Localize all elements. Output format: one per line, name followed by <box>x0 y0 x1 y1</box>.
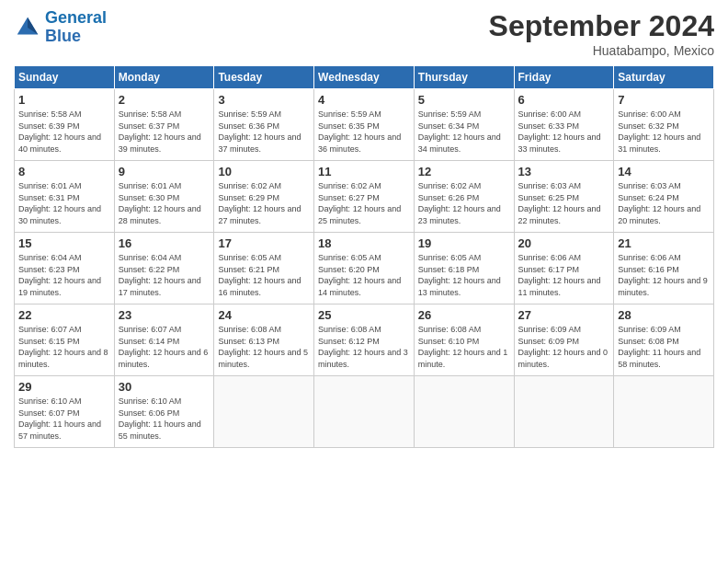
day-number: 2 <box>119 93 210 107</box>
col-monday: Monday <box>114 66 214 89</box>
day-detail: Sunrise: 6:08 AMSunset: 6:10 PMDaylight:… <box>418 324 510 370</box>
calendar-week: 29Sunrise: 6:10 AMSunset: 6:07 PMDayligh… <box>15 376 714 448</box>
day-detail: Sunrise: 5:58 AMSunset: 6:37 PMDaylight:… <box>119 109 210 155</box>
day-number: 21 <box>618 236 710 250</box>
day-cell: 8Sunrise: 6:01 AMSunset: 6:31 PMDaylight… <box>15 161 115 233</box>
day-cell: 7Sunrise: 6:00 AMSunset: 6:32 PMDaylight… <box>614 89 714 161</box>
day-cell: 9Sunrise: 6:01 AMSunset: 6:30 PMDaylight… <box>114 161 214 233</box>
day-number: 18 <box>318 236 410 250</box>
day-number: 19 <box>418 236 510 250</box>
day-cell: 25Sunrise: 6:08 AMSunset: 6:12 PMDayligh… <box>314 304 415 376</box>
day-cell: 23Sunrise: 6:07 AMSunset: 6:14 PMDayligh… <box>114 304 214 376</box>
day-detail: Sunrise: 6:01 AMSunset: 6:31 PMDaylight:… <box>18 180 110 226</box>
day-number: 29 <box>18 380 110 394</box>
day-cell: 27Sunrise: 6:09 AMSunset: 6:09 PMDayligh… <box>514 304 614 376</box>
day-number: 13 <box>518 165 610 178</box>
day-cell: 11Sunrise: 6:02 AMSunset: 6:27 PMDayligh… <box>314 161 415 233</box>
day-cell: 26Sunrise: 6:08 AMSunset: 6:10 PMDayligh… <box>414 304 514 376</box>
day-number: 27 <box>518 308 610 322</box>
empty-cell <box>514 376 614 448</box>
calendar-week: 8Sunrise: 6:01 AMSunset: 6:31 PMDaylight… <box>15 161 714 233</box>
day-number: 20 <box>518 236 610 250</box>
day-cell: 21Sunrise: 6:06 AMSunset: 6:16 PMDayligh… <box>614 233 714 304</box>
day-number: 16 <box>119 236 210 250</box>
day-detail: Sunrise: 6:04 AMSunset: 6:22 PMDaylight:… <box>119 252 210 298</box>
location: Huatabampo, Mexico <box>489 43 714 58</box>
day-cell: 12Sunrise: 6:02 AMSunset: 6:26 PMDayligh… <box>414 161 514 233</box>
day-number: 6 <box>518 93 610 107</box>
day-cell: 16Sunrise: 6:04 AMSunset: 6:22 PMDayligh… <box>114 233 214 304</box>
day-detail: Sunrise: 6:03 AMSunset: 6:24 PMDaylight:… <box>618 180 710 226</box>
day-cell: 15Sunrise: 6:04 AMSunset: 6:23 PMDayligh… <box>15 233 115 304</box>
day-number: 12 <box>418 165 510 178</box>
day-detail: Sunrise: 5:58 AMSunset: 6:39 PMDaylight:… <box>18 109 110 155</box>
day-number: 14 <box>618 165 710 178</box>
day-number: 4 <box>318 93 410 107</box>
logo-text: General Blue <box>45 9 107 46</box>
day-number: 28 <box>618 308 710 322</box>
day-number: 24 <box>218 308 310 322</box>
day-detail: Sunrise: 6:05 AMSunset: 6:21 PMDaylight:… <box>218 252 310 298</box>
day-detail: Sunrise: 6:09 AMSunset: 6:09 PMDaylight:… <box>518 324 610 370</box>
day-detail: Sunrise: 5:59 AMSunset: 6:34 PMDaylight:… <box>418 109 510 155</box>
day-detail: Sunrise: 6:05 AMSunset: 6:18 PMDaylight:… <box>418 252 510 298</box>
day-cell: 4Sunrise: 5:59 AMSunset: 6:35 PMDaylight… <box>314 89 415 161</box>
col-friday: Friday <box>514 66 614 89</box>
day-detail: Sunrise: 6:01 AMSunset: 6:30 PMDaylight:… <box>119 180 210 226</box>
calendar-week: 15Sunrise: 6:04 AMSunset: 6:23 PMDayligh… <box>15 233 714 304</box>
day-detail: Sunrise: 5:59 AMSunset: 6:36 PMDaylight:… <box>218 109 310 155</box>
day-detail: Sunrise: 5:59 AMSunset: 6:35 PMDaylight:… <box>318 109 410 155</box>
day-detail: Sunrise: 6:10 AMSunset: 6:07 PMDaylight:… <box>18 396 110 442</box>
header: General Blue September 2024 Huatabampo, … <box>14 9 714 58</box>
empty-cell <box>414 376 514 448</box>
day-number: 30 <box>119 380 210 394</box>
col-thursday: Thursday <box>414 66 514 89</box>
day-number: 26 <box>418 308 510 322</box>
day-number: 9 <box>119 165 210 178</box>
day-detail: Sunrise: 6:06 AMSunset: 6:17 PMDaylight:… <box>518 252 610 298</box>
day-cell: 13Sunrise: 6:03 AMSunset: 6:25 PMDayligh… <box>514 161 614 233</box>
day-cell: 2Sunrise: 5:58 AMSunset: 6:37 PMDaylight… <box>114 89 214 161</box>
day-cell: 30Sunrise: 6:10 AMSunset: 6:06 PMDayligh… <box>114 376 214 448</box>
day-number: 22 <box>18 308 110 322</box>
col-wednesday: Wednesday <box>314 66 415 89</box>
day-detail: Sunrise: 6:04 AMSunset: 6:23 PMDaylight:… <box>18 252 110 298</box>
day-detail: Sunrise: 6:05 AMSunset: 6:20 PMDaylight:… <box>318 252 410 298</box>
logo: General Blue <box>14 9 107 46</box>
day-number: 3 <box>218 93 310 107</box>
col-saturday: Saturday <box>614 66 714 89</box>
day-cell: 5Sunrise: 5:59 AMSunset: 6:34 PMDaylight… <box>414 89 514 161</box>
day-cell: 14Sunrise: 6:03 AMSunset: 6:24 PMDayligh… <box>614 161 714 233</box>
page-container: General Blue September 2024 Huatabampo, … <box>0 0 728 457</box>
logo-line2: Blue <box>45 27 81 45</box>
day-number: 23 <box>119 308 210 322</box>
day-detail: Sunrise: 6:08 AMSunset: 6:12 PMDaylight:… <box>318 324 410 370</box>
day-number: 7 <box>618 93 710 107</box>
day-detail: Sunrise: 6:07 AMSunset: 6:15 PMDaylight:… <box>18 324 110 370</box>
day-cell: 17Sunrise: 6:05 AMSunset: 6:21 PMDayligh… <box>214 233 314 304</box>
empty-cell <box>614 376 714 448</box>
col-sunday: Sunday <box>15 66 115 89</box>
title-block: September 2024 Huatabampo, Mexico <box>489 9 714 58</box>
day-detail: Sunrise: 6:00 AMSunset: 6:33 PMDaylight:… <box>518 109 610 155</box>
day-cell: 1Sunrise: 5:58 AMSunset: 6:39 PMDaylight… <box>15 89 115 161</box>
day-number: 17 <box>218 236 310 250</box>
day-cell: 19Sunrise: 6:05 AMSunset: 6:18 PMDayligh… <box>414 233 514 304</box>
day-detail: Sunrise: 6:00 AMSunset: 6:32 PMDaylight:… <box>618 109 710 155</box>
day-cell: 20Sunrise: 6:06 AMSunset: 6:17 PMDayligh… <box>514 233 614 304</box>
day-number: 11 <box>318 165 410 178</box>
empty-cell <box>314 376 415 448</box>
col-tuesday: Tuesday <box>214 66 314 89</box>
day-cell: 18Sunrise: 6:05 AMSunset: 6:20 PMDayligh… <box>314 233 415 304</box>
calendar: Sunday Monday Tuesday Wednesday Thursday… <box>14 65 714 448</box>
day-detail: Sunrise: 6:07 AMSunset: 6:14 PMDaylight:… <box>119 324 210 370</box>
day-detail: Sunrise: 6:02 AMSunset: 6:26 PMDaylight:… <box>418 180 510 226</box>
day-detail: Sunrise: 6:09 AMSunset: 6:08 PMDaylight:… <box>618 324 710 370</box>
calendar-body: 1Sunrise: 5:58 AMSunset: 6:39 PMDaylight… <box>15 89 714 448</box>
day-number: 10 <box>218 165 310 178</box>
day-cell: 22Sunrise: 6:07 AMSunset: 6:15 PMDayligh… <box>15 304 115 376</box>
logo-icon <box>14 14 41 41</box>
header-row: Sunday Monday Tuesday Wednesday Thursday… <box>15 66 714 89</box>
calendar-header: Sunday Monday Tuesday Wednesday Thursday… <box>15 66 714 89</box>
month-title: September 2024 <box>489 9 714 43</box>
